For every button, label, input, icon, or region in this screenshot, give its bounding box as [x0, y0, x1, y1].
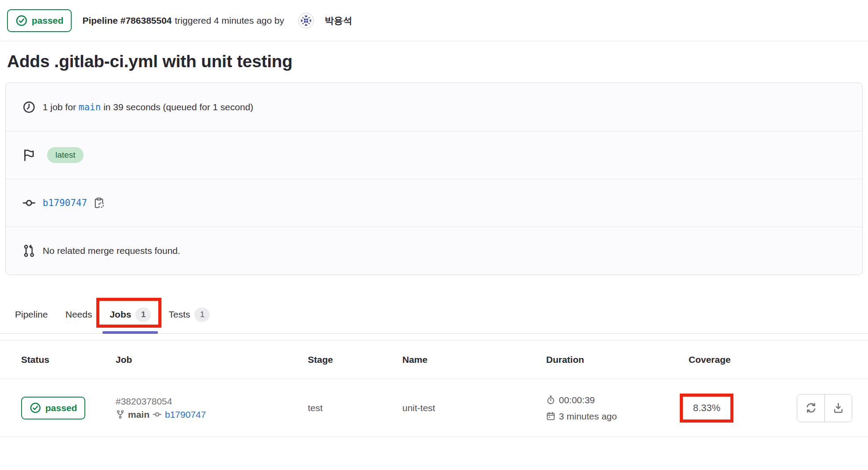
pipeline-status-label: passed: [32, 15, 63, 26]
clock-icon: [22, 101, 36, 114]
annotation-box-coverage: 8.33%: [680, 394, 733, 423]
summary-row-latest: latest: [6, 131, 862, 179]
branch-link[interactable]: main: [79, 102, 101, 112]
pipeline-summary-box: 1 job for main in 39 seconds (queued for…: [5, 83, 863, 275]
jobs-count-text: 1 job for: [43, 102, 76, 112]
jobs-table: Status Job Stage Name Duration Coverage …: [0, 340, 868, 437]
tab-jobs-label: Jobs: [109, 309, 131, 320]
download-icon: [832, 402, 844, 414]
col-status: Status: [21, 354, 116, 365]
job-status-label: passed: [45, 403, 77, 413]
col-stage: Stage: [308, 354, 402, 365]
calendar-icon: [546, 412, 555, 421]
job-commit-link[interactable]: b1790747: [165, 409, 206, 420]
col-duration: Duration: [546, 354, 689, 365]
tab-tests[interactable]: Tests 1: [163, 296, 215, 333]
check-circle-icon: [29, 402, 41, 414]
pipeline-triggered-text: triggered 4 minutes ago by: [175, 15, 284, 26]
user-avatar[interactable]: [298, 13, 314, 29]
job-id-link[interactable]: #3820378054: [116, 396, 308, 407]
job-actions-group: [797, 394, 852, 422]
commit-sha-link[interactable]: b1790747: [43, 198, 87, 208]
jobs-table-header: Status Job Stage Name Duration Coverage: [0, 340, 868, 379]
tab-jobs[interactable]: Jobs 1: [104, 296, 156, 333]
tab-tests-label: Tests: [168, 309, 190, 320]
flag-icon: [22, 148, 36, 162]
job-status-badge[interactable]: passed: [21, 397, 85, 419]
tab-tests-count-badge: 1: [194, 307, 210, 322]
job-branch-link[interactable]: main: [128, 409, 150, 420]
tab-needs[interactable]: Needs: [60, 296, 98, 333]
summary-row-commit: b1790747: [6, 179, 862, 227]
user-name[interactable]: 박용석: [325, 14, 352, 27]
summary-row-jobs: 1 job for main in 39 seconds (queued for…: [6, 83, 862, 131]
job-stage: test: [308, 403, 402, 413]
summary-row-merge-requests: No related merge requests found.: [6, 227, 862, 275]
retry-job-button[interactable]: [797, 394, 824, 422]
page-title: Adds .gitlab-ci.yml with unit testing: [7, 52, 861, 71]
job-coverage: 8.33%: [693, 402, 720, 413]
clipboard-copy-icon: [93, 197, 105, 209]
check-circle-icon: [15, 14, 28, 27]
commit-icon: [153, 410, 162, 419]
job-duration: 00:00:39: [559, 393, 595, 407]
retry-icon: [805, 402, 817, 414]
col-job: Job: [116, 354, 308, 365]
copy-commit-button[interactable]: [93, 197, 105, 209]
job-row: passed #3820378054 main: [0, 379, 868, 437]
stopwatch-icon: [546, 395, 555, 405]
latest-badge: latest: [47, 147, 84, 163]
download-artifacts-button[interactable]: [824, 394, 852, 422]
tab-pipeline[interactable]: Pipeline: [10, 296, 53, 333]
merge-request-icon: [22, 244, 36, 257]
pipeline-header-bar: passed Pipeline #786385504 triggered 4 m…: [0, 0, 868, 41]
tab-jobs-count-badge: 1: [135, 307, 151, 322]
col-coverage: Coverage: [689, 354, 794, 365]
tab-pipeline-label: Pipeline: [15, 309, 48, 320]
no-merge-requests-text: No related merge requests found.: [43, 246, 180, 256]
commit-icon: [22, 196, 36, 210]
job-finished-ago: 3 minutes ago: [559, 409, 617, 423]
pipeline-tabs: Pipeline Needs Jobs 1 Tests 1: [0, 296, 868, 334]
identicon-avatar: [299, 13, 314, 28]
pipeline-status-badge[interactable]: passed: [7, 9, 72, 32]
job-name: unit-test: [402, 403, 546, 413]
pipeline-number: Pipeline #786385504: [82, 15, 171, 26]
jobs-duration-text: in 39 seconds (queued for 1 second): [103, 102, 253, 112]
tab-needs-label: Needs: [66, 309, 92, 320]
col-name: Name: [402, 354, 546, 365]
branch-icon: [116, 410, 125, 419]
